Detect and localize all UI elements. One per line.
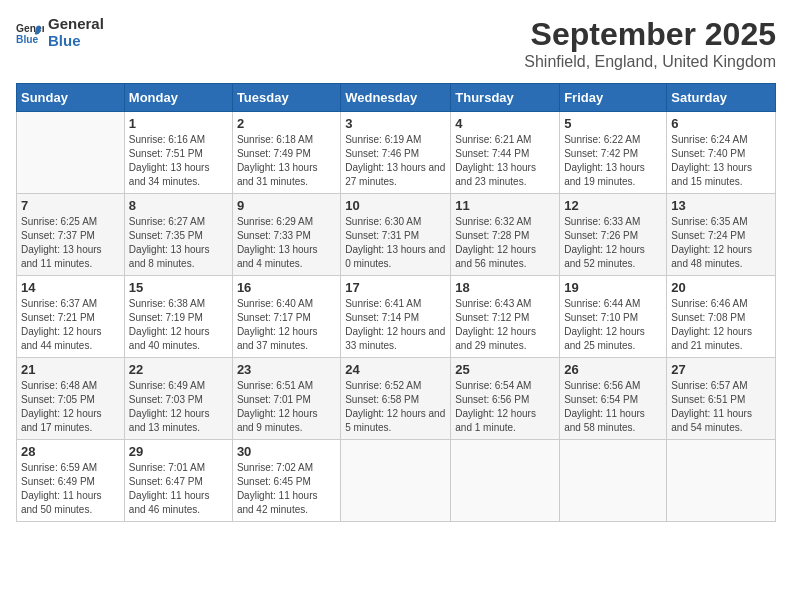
calendar-cell: 2Sunrise: 6:18 AMSunset: 7:49 PMDaylight…	[232, 112, 340, 194]
day-number: 6	[671, 116, 771, 131]
day-number: 5	[564, 116, 662, 131]
day-info: Sunrise: 6:52 AMSunset: 6:58 PMDaylight:…	[345, 379, 446, 435]
day-info: Sunrise: 6:30 AMSunset: 7:31 PMDaylight:…	[345, 215, 446, 271]
day-header-wednesday: Wednesday	[341, 84, 451, 112]
day-number: 1	[129, 116, 228, 131]
calendar-cell: 3Sunrise: 6:19 AMSunset: 7:46 PMDaylight…	[341, 112, 451, 194]
day-number: 2	[237, 116, 336, 131]
day-number: 30	[237, 444, 336, 459]
calendar-cell: 4Sunrise: 6:21 AMSunset: 7:44 PMDaylight…	[451, 112, 560, 194]
day-number: 8	[129, 198, 228, 213]
calendar-cell: 7Sunrise: 6:25 AMSunset: 7:37 PMDaylight…	[17, 194, 125, 276]
header-area: General Blue General Blue September 2025…	[16, 16, 776, 71]
day-info: Sunrise: 6:16 AMSunset: 7:51 PMDaylight:…	[129, 133, 228, 189]
week-row-5: 28Sunrise: 6:59 AMSunset: 6:49 PMDayligh…	[17, 440, 776, 522]
day-info: Sunrise: 7:01 AMSunset: 6:47 PMDaylight:…	[129, 461, 228, 517]
day-number: 19	[564, 280, 662, 295]
calendar-cell: 28Sunrise: 6:59 AMSunset: 6:49 PMDayligh…	[17, 440, 125, 522]
calendar-cell: 8Sunrise: 6:27 AMSunset: 7:35 PMDaylight…	[124, 194, 232, 276]
calendar-cell: 19Sunrise: 6:44 AMSunset: 7:10 PMDayligh…	[560, 276, 667, 358]
calendar-cell: 6Sunrise: 6:24 AMSunset: 7:40 PMDaylight…	[667, 112, 776, 194]
day-info: Sunrise: 6:19 AMSunset: 7:46 PMDaylight:…	[345, 133, 446, 189]
day-header-thursday: Thursday	[451, 84, 560, 112]
calendar-cell: 27Sunrise: 6:57 AMSunset: 6:51 PMDayligh…	[667, 358, 776, 440]
day-info: Sunrise: 6:24 AMSunset: 7:40 PMDaylight:…	[671, 133, 771, 189]
day-number: 24	[345, 362, 446, 377]
day-number: 25	[455, 362, 555, 377]
month-title: September 2025	[524, 16, 776, 53]
day-number: 7	[21, 198, 120, 213]
logo-general: General	[48, 16, 104, 33]
week-row-1: 1Sunrise: 6:16 AMSunset: 7:51 PMDaylight…	[17, 112, 776, 194]
calendar-cell: 17Sunrise: 6:41 AMSunset: 7:14 PMDayligh…	[341, 276, 451, 358]
calendar-cell: 29Sunrise: 7:01 AMSunset: 6:47 PMDayligh…	[124, 440, 232, 522]
day-number: 20	[671, 280, 771, 295]
day-info: Sunrise: 6:54 AMSunset: 6:56 PMDaylight:…	[455, 379, 555, 435]
calendar-cell	[667, 440, 776, 522]
day-info: Sunrise: 6:22 AMSunset: 7:42 PMDaylight:…	[564, 133, 662, 189]
day-info: Sunrise: 6:43 AMSunset: 7:12 PMDaylight:…	[455, 297, 555, 353]
calendar-cell: 11Sunrise: 6:32 AMSunset: 7:28 PMDayligh…	[451, 194, 560, 276]
calendar-cell	[17, 112, 125, 194]
calendar-cell: 9Sunrise: 6:29 AMSunset: 7:33 PMDaylight…	[232, 194, 340, 276]
day-header-tuesday: Tuesday	[232, 84, 340, 112]
day-info: Sunrise: 6:48 AMSunset: 7:05 PMDaylight:…	[21, 379, 120, 435]
day-info: Sunrise: 6:35 AMSunset: 7:24 PMDaylight:…	[671, 215, 771, 271]
day-info: Sunrise: 7:02 AMSunset: 6:45 PMDaylight:…	[237, 461, 336, 517]
day-number: 12	[564, 198, 662, 213]
logo-icon: General Blue	[16, 19, 44, 47]
day-number: 18	[455, 280, 555, 295]
calendar-cell: 20Sunrise: 6:46 AMSunset: 7:08 PMDayligh…	[667, 276, 776, 358]
page-container: General Blue General Blue September 2025…	[0, 0, 792, 530]
day-info: Sunrise: 6:33 AMSunset: 7:26 PMDaylight:…	[564, 215, 662, 271]
day-number: 11	[455, 198, 555, 213]
calendar-cell: 13Sunrise: 6:35 AMSunset: 7:24 PMDayligh…	[667, 194, 776, 276]
day-header-sunday: Sunday	[17, 84, 125, 112]
location-title: Shinfield, England, United Kingdom	[524, 53, 776, 71]
logo-blue: Blue	[48, 33, 104, 50]
calendar-cell: 12Sunrise: 6:33 AMSunset: 7:26 PMDayligh…	[560, 194, 667, 276]
day-info: Sunrise: 6:18 AMSunset: 7:49 PMDaylight:…	[237, 133, 336, 189]
day-info: Sunrise: 6:56 AMSunset: 6:54 PMDaylight:…	[564, 379, 662, 435]
day-info: Sunrise: 6:37 AMSunset: 7:21 PMDaylight:…	[21, 297, 120, 353]
day-number: 13	[671, 198, 771, 213]
day-info: Sunrise: 6:46 AMSunset: 7:08 PMDaylight:…	[671, 297, 771, 353]
day-info: Sunrise: 6:40 AMSunset: 7:17 PMDaylight:…	[237, 297, 336, 353]
calendar-cell	[341, 440, 451, 522]
calendar-cell: 21Sunrise: 6:48 AMSunset: 7:05 PMDayligh…	[17, 358, 125, 440]
calendar-cell: 22Sunrise: 6:49 AMSunset: 7:03 PMDayligh…	[124, 358, 232, 440]
day-number: 27	[671, 362, 771, 377]
day-header-saturday: Saturday	[667, 84, 776, 112]
day-number: 22	[129, 362, 228, 377]
day-info: Sunrise: 6:59 AMSunset: 6:49 PMDaylight:…	[21, 461, 120, 517]
calendar-table: SundayMondayTuesdayWednesdayThursdayFrid…	[16, 83, 776, 522]
day-number: 9	[237, 198, 336, 213]
day-number: 4	[455, 116, 555, 131]
day-number: 15	[129, 280, 228, 295]
day-number: 3	[345, 116, 446, 131]
day-number: 23	[237, 362, 336, 377]
title-area: September 2025 Shinfield, England, Unite…	[524, 16, 776, 71]
day-info: Sunrise: 6:27 AMSunset: 7:35 PMDaylight:…	[129, 215, 228, 271]
calendar-cell: 26Sunrise: 6:56 AMSunset: 6:54 PMDayligh…	[560, 358, 667, 440]
day-info: Sunrise: 6:21 AMSunset: 7:44 PMDaylight:…	[455, 133, 555, 189]
day-info: Sunrise: 6:29 AMSunset: 7:33 PMDaylight:…	[237, 215, 336, 271]
calendar-cell: 23Sunrise: 6:51 AMSunset: 7:01 PMDayligh…	[232, 358, 340, 440]
day-number: 10	[345, 198, 446, 213]
day-number: 29	[129, 444, 228, 459]
day-number: 17	[345, 280, 446, 295]
day-info: Sunrise: 6:44 AMSunset: 7:10 PMDaylight:…	[564, 297, 662, 353]
day-info: Sunrise: 6:25 AMSunset: 7:37 PMDaylight:…	[21, 215, 120, 271]
day-info: Sunrise: 6:41 AMSunset: 7:14 PMDaylight:…	[345, 297, 446, 353]
day-info: Sunrise: 6:51 AMSunset: 7:01 PMDaylight:…	[237, 379, 336, 435]
day-info: Sunrise: 6:38 AMSunset: 7:19 PMDaylight:…	[129, 297, 228, 353]
day-number: 26	[564, 362, 662, 377]
calendar-cell: 24Sunrise: 6:52 AMSunset: 6:58 PMDayligh…	[341, 358, 451, 440]
logo: General Blue General Blue	[16, 16, 104, 49]
header-row: SundayMondayTuesdayWednesdayThursdayFrid…	[17, 84, 776, 112]
svg-text:Blue: Blue	[16, 34, 39, 45]
day-header-friday: Friday	[560, 84, 667, 112]
calendar-cell	[451, 440, 560, 522]
week-row-2: 7Sunrise: 6:25 AMSunset: 7:37 PMDaylight…	[17, 194, 776, 276]
calendar-cell: 30Sunrise: 7:02 AMSunset: 6:45 PMDayligh…	[232, 440, 340, 522]
